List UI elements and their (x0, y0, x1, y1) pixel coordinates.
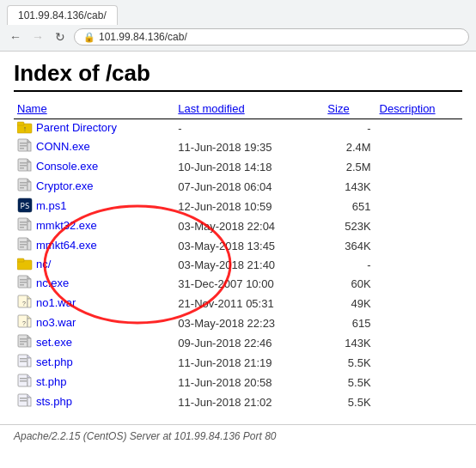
table-row: mmkt64.exe03-May-2018 13:45364K (14, 236, 462, 256)
file-name-cell: ?no3.war (14, 313, 174, 333)
svg-rect-45 (27, 299, 31, 307)
file-icon (17, 257, 33, 273)
svg-rect-17 (27, 182, 31, 191)
svg-rect-13 (20, 165, 27, 167)
url-text: 101.99.84.136/cab/ (99, 31, 187, 43)
file-desc (376, 197, 462, 216)
svg-marker-48 (27, 315, 31, 319)
svg-rect-69 (27, 398, 31, 406)
svg-marker-4 (27, 139, 31, 143)
file-link[interactable]: no3.war (36, 316, 76, 329)
file-link[interactable]: nc.exe (36, 277, 69, 289)
page-wrapper: Index of /cab Name Last modified Size De… (0, 52, 476, 447)
col-header-desc[interactable]: Description (376, 100, 462, 119)
file-size: 364K (324, 236, 375, 256)
file-name-cell: st.php (14, 373, 174, 392)
file-size: 5.5K (324, 373, 375, 392)
file-desc (376, 373, 462, 392)
file-name-cell: sts.php (14, 392, 174, 412)
file-link[interactable]: mmkt64.exe (36, 239, 97, 252)
back-button[interactable]: ← (7, 28, 24, 46)
svg-rect-41 (20, 282, 27, 283)
file-modified: 09-Jun-2018 22:46 (174, 333, 324, 353)
file-desc (376, 157, 462, 177)
file-desc (376, 137, 462, 157)
file-size: 2.4M (324, 137, 375, 157)
file-link[interactable]: st.php (36, 375, 66, 388)
svg-marker-68 (27, 394, 31, 398)
file-size: 143K (324, 333, 375, 353)
table-row: nc.exe31-Dec-2007 10:0060K (14, 274, 462, 294)
file-link[interactable]: Parent Directory (36, 121, 117, 134)
file-name-cell: ↑Parent Directory (14, 119, 174, 138)
file-icon: ↑ (17, 120, 33, 137)
forward-button[interactable]: → (29, 28, 46, 46)
file-link[interactable]: mmkt32.exe (36, 219, 97, 232)
svg-text:↑: ↑ (23, 125, 27, 133)
table-row: PSm.ps112-Jun-2018 10:59651 (14, 197, 462, 216)
file-modified: 31-Dec-2007 10:00 (174, 274, 324, 294)
file-link[interactable]: set.php (36, 356, 73, 368)
file-desc (376, 216, 462, 236)
file-modified: 12-Jun-2018 10:59 (174, 197, 324, 216)
file-icon (17, 393, 33, 411)
svg-rect-8 (20, 148, 24, 149)
browser-tab[interactable]: 101.99.84.136/cab/ (7, 5, 118, 25)
file-modified: 03-May-2018 22:04 (174, 216, 324, 236)
svg-rect-42 (20, 284, 24, 286)
svg-rect-53 (27, 338, 31, 347)
file-icon: ? (17, 295, 33, 313)
file-link[interactable]: sts.php (36, 395, 72, 408)
file-icon (17, 354, 33, 372)
svg-rect-31 (27, 241, 31, 250)
file-size: 2.5M (324, 157, 375, 177)
svg-rect-39 (27, 279, 31, 288)
svg-rect-70 (20, 398, 27, 399)
file-link[interactable]: set.exe (36, 336, 72, 349)
file-name-cell: CONN.exe (14, 137, 174, 157)
file-link[interactable]: no1.war (36, 296, 76, 309)
file-name-cell: Cryptor.exe (14, 177, 174, 197)
svg-rect-28 (20, 227, 24, 228)
svg-rect-49 (27, 319, 31, 327)
file-link[interactable]: Cryptor.exe (36, 179, 93, 192)
file-link[interactable]: CONN.exe (36, 140, 90, 153)
table-row: st.php11-Jun-2018 20:585.5K (14, 373, 462, 392)
svg-marker-10 (27, 159, 31, 162)
svg-marker-63 (27, 374, 31, 378)
address-bar[interactable]: 🔒 101.99.84.136/cab/ (74, 28, 469, 46)
table-row: set.exe09-Jun-2018 22:46143K (14, 333, 462, 353)
reload-button[interactable]: ↻ (52, 28, 69, 46)
svg-rect-64 (27, 378, 31, 386)
svg-rect-36 (17, 258, 24, 262)
file-modified: 21-Nov-2011 05:31 (174, 294, 324, 313)
col-header-modified[interactable]: Last modified (174, 100, 324, 119)
svg-rect-11 (27, 162, 31, 171)
svg-marker-38 (27, 276, 31, 279)
file-desc (376, 294, 462, 313)
file-desc (376, 313, 462, 333)
svg-rect-14 (20, 167, 24, 169)
file-modified: 11-Jun-2018 19:35 (174, 137, 324, 157)
svg-rect-34 (20, 246, 24, 248)
svg-rect-66 (20, 380, 27, 382)
file-size: - (324, 119, 375, 138)
file-link[interactable]: nc/ (36, 258, 51, 270)
col-header-name[interactable]: Name (14, 100, 174, 119)
file-size: 49K (324, 294, 375, 313)
file-link[interactable]: m.ps1 (36, 199, 66, 212)
file-icon: PS (17, 198, 33, 216)
svg-text:PS: PS (21, 202, 30, 210)
file-modified: 03-May-2018 13:45 (174, 236, 324, 256)
file-desc (376, 392, 462, 412)
col-header-size[interactable]: Size (324, 100, 375, 119)
browser-chrome: 101.99.84.136/cab/ ← → ↻ 🔒 101.99.84.136… (0, 0, 476, 52)
svg-rect-6 (20, 143, 27, 144)
file-name-cell: set.php (14, 353, 174, 373)
svg-rect-71 (20, 400, 27, 402)
file-size: 5.5K (324, 392, 375, 412)
file-name-cell: ?no1.war (14, 294, 174, 313)
file-name-cell: mmkt64.exe (14, 236, 174, 256)
svg-rect-56 (20, 343, 24, 345)
file-link[interactable]: Console.exe (36, 160, 98, 173)
